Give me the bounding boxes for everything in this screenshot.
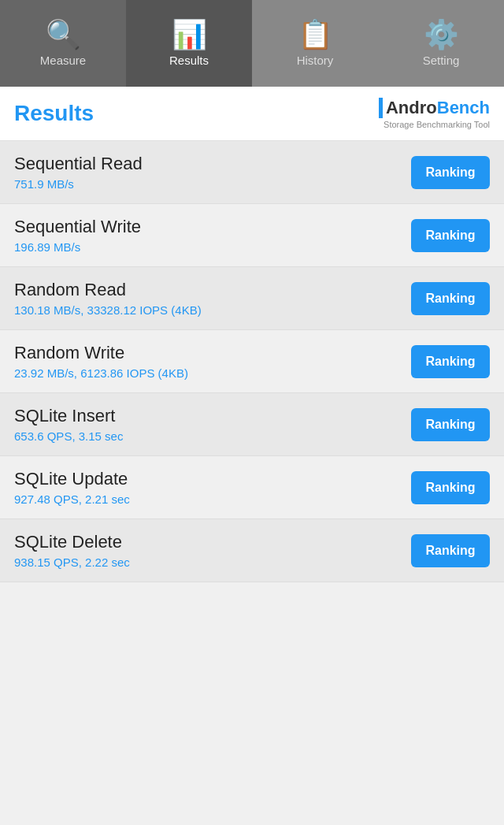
ranking-button-6[interactable]: Ranking (411, 534, 490, 567)
result-name-1: Sequential Write (14, 217, 141, 237)
result-name-3: Random Write (14, 343, 188, 363)
table-row: Random Read 130.18 MB/s, 33328.12 IOPS (… (0, 267, 504, 330)
result-value-1: 196.89 MB/s (14, 240, 141, 254)
page-header: Results AndroBench Storage Benchmarking … (0, 87, 504, 141)
result-info-3: Random Write 23.92 MB/s, 6123.86 IOPS (4… (14, 343, 188, 380)
history-icon: 📋 (298, 20, 333, 49)
nav-label-results: Results (169, 54, 209, 67)
table-row: Random Write 23.92 MB/s, 6123.86 IOPS (4… (0, 330, 504, 393)
table-row: Sequential Read 751.9 MB/s Ranking (0, 141, 504, 204)
brand-area: AndroBench Storage Benchmarking Tool (379, 98, 490, 129)
result-value-2: 130.18 MB/s, 33328.12 IOPS (4KB) (14, 303, 202, 317)
setting-icon: ⚙️ (424, 20, 459, 49)
brand-name: AndroBench (386, 98, 490, 118)
result-info-0: Sequential Read 751.9 MB/s (14, 154, 143, 191)
results-icon: 📊 (172, 20, 207, 49)
nav-item-history[interactable]: 📋 History (252, 0, 378, 87)
result-info-6: SQLite Delete 938.15 QPS, 2.22 sec (14, 532, 130, 569)
result-info-1: Sequential Write 196.89 MB/s (14, 217, 141, 254)
measure-icon: 🔍 (46, 20, 81, 49)
brand-name-part1: Andro (386, 98, 437, 117)
ranking-button-0[interactable]: Ranking (411, 156, 490, 189)
table-row: SQLite Delete 938.15 QPS, 2.22 sec Ranki… (0, 519, 504, 582)
ranking-button-1[interactable]: Ranking (411, 219, 490, 252)
ranking-button-5[interactable]: Ranking (411, 471, 490, 504)
ranking-button-4[interactable]: Ranking (411, 408, 490, 441)
nav-label-history: History (297, 54, 334, 67)
result-name-4: SQLite Insert (14, 406, 123, 426)
table-row: SQLite Update 927.48 QPS, 2.21 sec Ranki… (0, 456, 504, 519)
table-row: Sequential Write 196.89 MB/s Ranking (0, 204, 504, 267)
nav-item-setting[interactable]: ⚙️ Setting (378, 0, 504, 87)
result-value-6: 938.15 QPS, 2.22 sec (14, 556, 130, 569)
nav-label-measure: Measure (40, 54, 86, 67)
nav-item-results[interactable]: 📊 Results (126, 0, 252, 87)
result-name-2: Random Read (14, 280, 202, 300)
navbar: 🔍 Measure 📊 Results 📋 History ⚙️ Setting (0, 0, 504, 87)
brand-subtitle: Storage Benchmarking Tool (384, 120, 490, 129)
table-row: SQLite Insert 653.6 QPS, 3.15 sec Rankin… (0, 393, 504, 456)
result-info-4: SQLite Insert 653.6 QPS, 3.15 sec (14, 406, 123, 443)
brand-logo: AndroBench (379, 98, 490, 118)
brand-name-part2: Bench (437, 98, 490, 117)
result-info-2: Random Read 130.18 MB/s, 33328.12 IOPS (… (14, 280, 202, 317)
result-name-6: SQLite Delete (14, 532, 130, 552)
result-value-5: 927.48 QPS, 2.21 sec (14, 492, 130, 506)
ranking-button-2[interactable]: Ranking (411, 282, 490, 315)
result-value-0: 751.9 MB/s (14, 177, 143, 191)
result-list: Sequential Read 751.9 MB/s Ranking Seque… (0, 141, 504, 582)
result-name-5: SQLite Update (14, 469, 130, 489)
result-value-4: 653.6 QPS, 3.15 sec (14, 429, 123, 443)
nav-item-measure[interactable]: 🔍 Measure (0, 0, 126, 87)
nav-label-setting: Setting (423, 54, 460, 67)
brand-bar-icon (379, 98, 383, 118)
ranking-button-3[interactable]: Ranking (411, 345, 490, 378)
page-title: Results (14, 101, 94, 126)
result-value-3: 23.92 MB/s, 6123.86 IOPS (4KB) (14, 366, 188, 380)
result-name-0: Sequential Read (14, 154, 143, 174)
result-info-5: SQLite Update 927.48 QPS, 2.21 sec (14, 469, 130, 506)
